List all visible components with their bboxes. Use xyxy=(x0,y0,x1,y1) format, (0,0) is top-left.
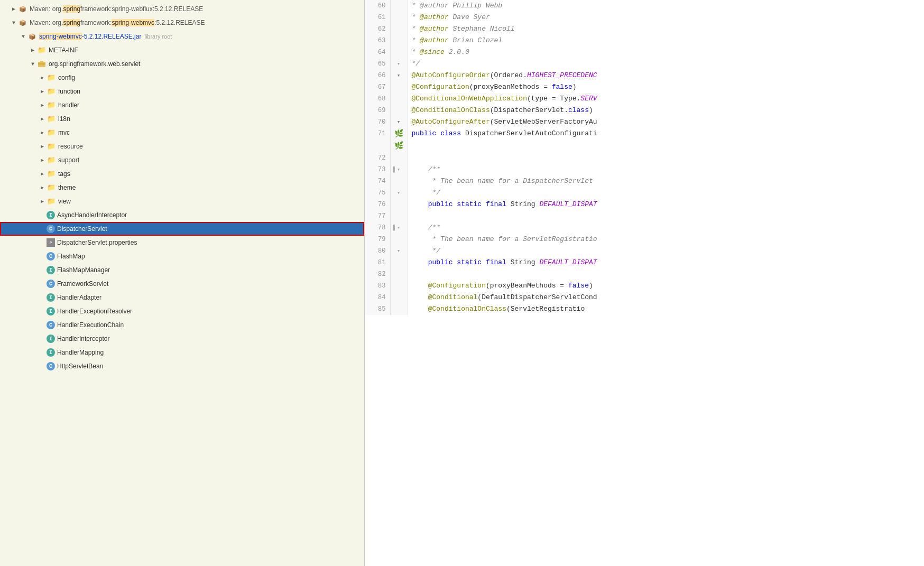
gutter-71: 🌿🌿 xyxy=(390,128,407,152)
gutter-84 xyxy=(390,292,407,303)
folder-icon xyxy=(47,169,56,179)
line-number: 85 xyxy=(365,303,390,315)
folder-icon xyxy=(47,197,56,206)
gutter-74 xyxy=(390,175,407,187)
line-number: 68 xyxy=(365,93,390,105)
tree-item-resource[interactable]: resource xyxy=(0,140,364,153)
tree-label: FlashMapManager xyxy=(57,266,110,274)
line-number: 67 xyxy=(365,81,390,93)
line-number: 71 xyxy=(365,128,390,152)
tree-arrow[interactable] xyxy=(38,128,47,137)
fold-icon-66[interactable]: ▾ xyxy=(397,72,401,79)
code-line-63: 63 * @author Brian Clozel xyxy=(365,35,924,47)
fold-icon-65[interactable]: ▾ xyxy=(397,61,401,67)
gutter-78: ▐ ▾ xyxy=(390,222,407,234)
code-content-78: /** xyxy=(407,222,924,234)
gutter-68 xyxy=(390,93,407,105)
tree-arrow[interactable] xyxy=(38,87,47,96)
tree-item-handler[interactable]: handler xyxy=(0,98,364,112)
file-tree[interactable]: 📦 Maven: org.springframework:spring-webf… xyxy=(0,0,365,566)
code-line-82: 82 xyxy=(365,268,924,280)
gutter-83 xyxy=(390,280,407,292)
tree-item-theme[interactable]: theme xyxy=(0,181,364,194)
gutter-70: ▾ xyxy=(390,116,407,128)
gutter-81 xyxy=(390,257,407,268)
run-icon[interactable]: 🌿 xyxy=(394,129,403,138)
tree-item-function[interactable]: function xyxy=(0,85,364,98)
tree-arrow[interactable] xyxy=(38,115,47,123)
tree-arrow[interactable] xyxy=(38,156,47,164)
tree-label: FrameworkServlet xyxy=(57,280,108,287)
debug-icon[interactable]: 🌿 xyxy=(394,142,403,150)
tree-arrow[interactable] xyxy=(38,197,47,206)
tree-item-async-handler[interactable]: I AsyncHandlerInterceptor xyxy=(0,208,364,222)
tree-item-maven-webflux[interactable]: 📦 Maven: org.springframework:spring-webf… xyxy=(0,2,364,16)
class-icon: C xyxy=(47,362,55,370)
tree-item-handler-adapter[interactable]: I HandlerAdapter xyxy=(0,291,364,304)
tree-item-framework-servlet[interactable]: C FrameworkServlet xyxy=(0,277,364,291)
tree-arrow[interactable] xyxy=(38,142,47,151)
gutter-80: ▾ xyxy=(390,245,407,257)
tree-item-mvc[interactable]: mvc xyxy=(0,126,364,140)
tree-item-dispatcher-servlet[interactable]: C DispatcherServlet xyxy=(0,222,364,236)
tree-item-support[interactable]: support xyxy=(0,153,364,167)
class-icon: C xyxy=(47,252,55,261)
tree-arrow[interactable] xyxy=(10,5,18,13)
tree-item-http-servlet-bean[interactable]: C HttpServletBean xyxy=(0,359,364,373)
tree-arrow[interactable] xyxy=(29,46,37,54)
tree-item-maven-webmvc[interactable]: 📦 Maven: org.springframework:spring-webm… xyxy=(0,16,364,30)
tree-arrow xyxy=(38,280,47,288)
tree-item-tags[interactable]: tags xyxy=(0,167,364,181)
code-content-84: @Conditional(DefaultDispatcherServletCon… xyxy=(407,292,924,303)
tree-arrow[interactable] xyxy=(38,170,47,178)
tree-label: HandlerAdapter xyxy=(57,294,101,301)
tree-item-config[interactable]: config xyxy=(0,71,364,85)
tree-item-jar-root[interactable]: 📦 spring-webmvc-5.2.12.RELEASE.jar libra… xyxy=(0,30,364,43)
fold-icon-78[interactable]: ▾ xyxy=(397,225,401,231)
code-content-68: @ConditionalOnWebApplication(type = Type… xyxy=(407,93,924,105)
tree-arrow xyxy=(38,211,47,219)
folder-icon xyxy=(47,128,56,137)
code-content-72 xyxy=(407,152,924,164)
tree-arrow[interactable] xyxy=(38,73,47,82)
tree-arrow[interactable] xyxy=(29,60,37,68)
tree-item-handler-interceptor[interactable]: I HandlerInterceptor xyxy=(0,332,364,346)
tree-arrow xyxy=(38,238,47,247)
code-line-61: 61 * @author Dave Syer xyxy=(365,12,924,23)
tree-item-flashmap[interactable]: C FlashMap xyxy=(0,249,364,263)
tree-label: handler xyxy=(58,101,79,109)
tree-label: function xyxy=(58,88,80,95)
tree-item-handler-mapping[interactable]: I HandlerMapping xyxy=(0,346,364,359)
tree-arrow[interactable] xyxy=(38,183,47,192)
tree-item-flashmap-manager[interactable]: I FlashMapManager xyxy=(0,263,364,277)
tree-item-view[interactable]: view xyxy=(0,194,364,208)
structure-icon-73: ▐ xyxy=(392,164,395,175)
fold-icon-80[interactable]: ▾ xyxy=(397,248,401,254)
line-number: 83 xyxy=(365,280,390,292)
tree-arrow[interactable] xyxy=(10,18,18,27)
tree-arrow[interactable] xyxy=(19,32,27,41)
tree-arrow xyxy=(38,266,47,274)
svg-rect-1 xyxy=(40,61,43,63)
tree-item-pkg-servlet[interactable]: org.springframework.web.servlet xyxy=(0,57,364,71)
tree-item-handler-execution-chain[interactable]: C HandlerExecutionChain xyxy=(0,318,364,332)
code-content-80: */ xyxy=(407,245,924,257)
tree-item-i18n[interactable]: i18n xyxy=(0,112,364,126)
fold-icon-75[interactable]: ▾ xyxy=(397,190,401,196)
code-line-73: 73 ▐ ▾ /** xyxy=(365,164,924,175)
tree-item-handler-exception-resolver[interactable]: I HandlerExceptionResolver xyxy=(0,304,364,318)
fold-icon-73[interactable]: ▾ xyxy=(397,166,401,173)
code-content-64: * @since 2.0.0 xyxy=(407,47,924,58)
tree-item-dispatcher-props[interactable]: P DispatcherServlet.properties xyxy=(0,236,364,249)
tree-label: view xyxy=(58,198,71,205)
tree-item-meta-inf[interactable]: META-INF xyxy=(0,43,364,57)
fold-icon-70[interactable]: ▾ xyxy=(397,119,401,125)
gutter-64 xyxy=(390,47,407,58)
gutter-73: ▐ ▾ xyxy=(390,164,407,175)
tree-label: Maven: org.springframework:spring-webmvc… xyxy=(30,19,205,26)
tree-arrow[interactable] xyxy=(38,101,47,109)
tree-label: HttpServletBean xyxy=(57,363,103,370)
line-number: 64 xyxy=(365,47,390,58)
folder-icon xyxy=(47,183,56,192)
interface-icon: I xyxy=(47,335,55,343)
